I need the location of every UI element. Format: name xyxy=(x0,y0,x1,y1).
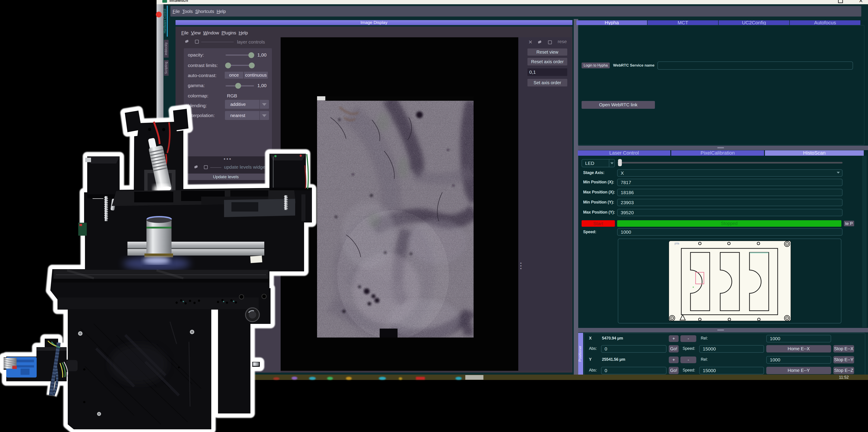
svg-text:pVa: pVa xyxy=(675,242,679,245)
